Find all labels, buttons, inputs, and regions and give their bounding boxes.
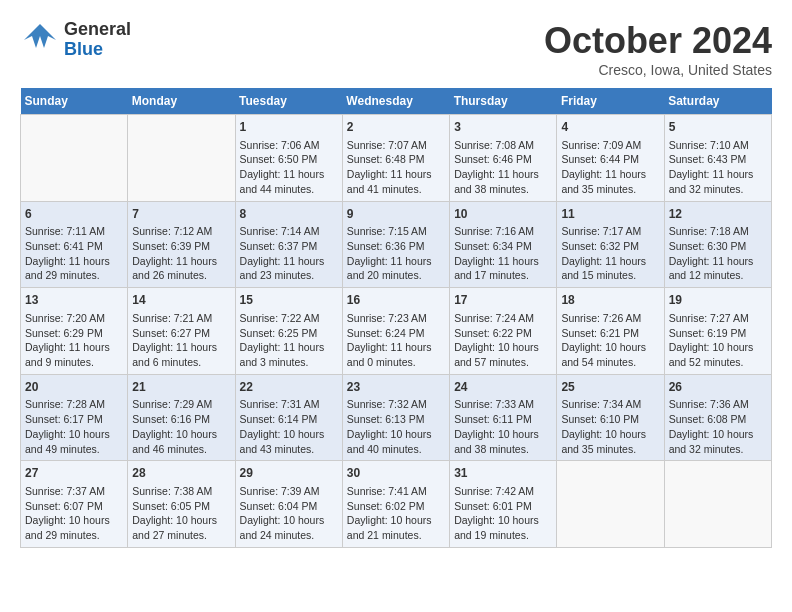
calendar-day-empty: [21, 115, 128, 202]
day-header-wednesday: Wednesday: [342, 88, 449, 115]
day-header-monday: Monday: [128, 88, 235, 115]
calendar-day-31: 31Sunrise: 7:42 AM Sunset: 6:01 PM Dayli…: [450, 461, 557, 548]
day-info: Sunrise: 7:16 AM Sunset: 6:34 PM Dayligh…: [454, 224, 552, 283]
day-number: 26: [669, 379, 767, 396]
title-block: October 2024 Cresco, Iowa, United States: [544, 20, 772, 78]
calendar-day-5: 5Sunrise: 7:10 AM Sunset: 6:43 PM Daylig…: [664, 115, 771, 202]
day-info: Sunrise: 7:14 AM Sunset: 6:37 PM Dayligh…: [240, 224, 338, 283]
day-number: 5: [669, 119, 767, 136]
day-number: 25: [561, 379, 659, 396]
day-number: 7: [132, 206, 230, 223]
calendar-day-17: 17Sunrise: 7:24 AM Sunset: 6:22 PM Dayli…: [450, 288, 557, 375]
day-number: 3: [454, 119, 552, 136]
day-info: Sunrise: 7:41 AM Sunset: 6:02 PM Dayligh…: [347, 484, 445, 543]
day-info: Sunrise: 7:08 AM Sunset: 6:46 PM Dayligh…: [454, 138, 552, 197]
day-number: 20: [25, 379, 123, 396]
calendar-day-29: 29Sunrise: 7:39 AM Sunset: 6:04 PM Dayli…: [235, 461, 342, 548]
day-number: 4: [561, 119, 659, 136]
calendar-day-3: 3Sunrise: 7:08 AM Sunset: 6:46 PM Daylig…: [450, 115, 557, 202]
day-info: Sunrise: 7:32 AM Sunset: 6:13 PM Dayligh…: [347, 397, 445, 456]
day-info: Sunrise: 7:38 AM Sunset: 6:05 PM Dayligh…: [132, 484, 230, 543]
day-info: Sunrise: 7:37 AM Sunset: 6:07 PM Dayligh…: [25, 484, 123, 543]
day-header-friday: Friday: [557, 88, 664, 115]
calendar-header-row: SundayMondayTuesdayWednesdayThursdayFrid…: [21, 88, 772, 115]
calendar-day-24: 24Sunrise: 7:33 AM Sunset: 6:11 PM Dayli…: [450, 374, 557, 461]
day-info: Sunrise: 7:23 AM Sunset: 6:24 PM Dayligh…: [347, 311, 445, 370]
day-info: Sunrise: 7:09 AM Sunset: 6:44 PM Dayligh…: [561, 138, 659, 197]
calendar-day-10: 10Sunrise: 7:16 AM Sunset: 6:34 PM Dayli…: [450, 201, 557, 288]
day-number: 2: [347, 119, 445, 136]
calendar-day-11: 11Sunrise: 7:17 AM Sunset: 6:32 PM Dayli…: [557, 201, 664, 288]
main-title: October 2024: [544, 20, 772, 62]
calendar-day-empty: [128, 115, 235, 202]
calendar-day-25: 25Sunrise: 7:34 AM Sunset: 6:10 PM Dayli…: [557, 374, 664, 461]
day-number: 19: [669, 292, 767, 309]
day-info: Sunrise: 7:20 AM Sunset: 6:29 PM Dayligh…: [25, 311, 123, 370]
calendar-table: SundayMondayTuesdayWednesdayThursdayFrid…: [20, 88, 772, 548]
calendar-day-8: 8Sunrise: 7:14 AM Sunset: 6:37 PM Daylig…: [235, 201, 342, 288]
calendar-day-28: 28Sunrise: 7:38 AM Sunset: 6:05 PM Dayli…: [128, 461, 235, 548]
day-header-tuesday: Tuesday: [235, 88, 342, 115]
day-info: Sunrise: 7:26 AM Sunset: 6:21 PM Dayligh…: [561, 311, 659, 370]
day-number: 14: [132, 292, 230, 309]
day-info: Sunrise: 7:11 AM Sunset: 6:41 PM Dayligh…: [25, 224, 123, 283]
calendar-day-12: 12Sunrise: 7:18 AM Sunset: 6:30 PM Dayli…: [664, 201, 771, 288]
day-number: 15: [240, 292, 338, 309]
day-header-thursday: Thursday: [450, 88, 557, 115]
day-info: Sunrise: 7:22 AM Sunset: 6:25 PM Dayligh…: [240, 311, 338, 370]
day-number: 1: [240, 119, 338, 136]
calendar-day-4: 4Sunrise: 7:09 AM Sunset: 6:44 PM Daylig…: [557, 115, 664, 202]
calendar-day-30: 30Sunrise: 7:41 AM Sunset: 6:02 PM Dayli…: [342, 461, 449, 548]
logo-bird-icon: [20, 20, 60, 60]
day-header-saturday: Saturday: [664, 88, 771, 115]
day-number: 17: [454, 292, 552, 309]
calendar-day-empty: [664, 461, 771, 548]
calendar-day-empty: [557, 461, 664, 548]
day-number: 18: [561, 292, 659, 309]
subtitle: Cresco, Iowa, United States: [544, 62, 772, 78]
day-info: Sunrise: 7:33 AM Sunset: 6:11 PM Dayligh…: [454, 397, 552, 456]
calendar-day-26: 26Sunrise: 7:36 AM Sunset: 6:08 PM Dayli…: [664, 374, 771, 461]
day-number: 16: [347, 292, 445, 309]
day-info: Sunrise: 7:17 AM Sunset: 6:32 PM Dayligh…: [561, 224, 659, 283]
day-number: 23: [347, 379, 445, 396]
day-info: Sunrise: 7:34 AM Sunset: 6:10 PM Dayligh…: [561, 397, 659, 456]
day-info: Sunrise: 7:18 AM Sunset: 6:30 PM Dayligh…: [669, 224, 767, 283]
calendar-day-9: 9Sunrise: 7:15 AM Sunset: 6:36 PM Daylig…: [342, 201, 449, 288]
day-info: Sunrise: 7:27 AM Sunset: 6:19 PM Dayligh…: [669, 311, 767, 370]
day-number: 22: [240, 379, 338, 396]
logo: General Blue: [20, 20, 131, 60]
day-number: 30: [347, 465, 445, 482]
calendar-day-20: 20Sunrise: 7:28 AM Sunset: 6:17 PM Dayli…: [21, 374, 128, 461]
calendar-day-16: 16Sunrise: 7:23 AM Sunset: 6:24 PM Dayli…: [342, 288, 449, 375]
calendar-day-21: 21Sunrise: 7:29 AM Sunset: 6:16 PM Dayli…: [128, 374, 235, 461]
calendar-day-22: 22Sunrise: 7:31 AM Sunset: 6:14 PM Dayli…: [235, 374, 342, 461]
day-number: 21: [132, 379, 230, 396]
day-number: 24: [454, 379, 552, 396]
logo-general: General: [64, 20, 131, 40]
calendar-week-row: 27Sunrise: 7:37 AM Sunset: 6:07 PM Dayli…: [21, 461, 772, 548]
day-number: 6: [25, 206, 123, 223]
calendar-day-18: 18Sunrise: 7:26 AM Sunset: 6:21 PM Dayli…: [557, 288, 664, 375]
day-info: Sunrise: 7:07 AM Sunset: 6:48 PM Dayligh…: [347, 138, 445, 197]
calendar-day-13: 13Sunrise: 7:20 AM Sunset: 6:29 PM Dayli…: [21, 288, 128, 375]
calendar-day-23: 23Sunrise: 7:32 AM Sunset: 6:13 PM Dayli…: [342, 374, 449, 461]
day-number: 9: [347, 206, 445, 223]
day-info: Sunrise: 7:36 AM Sunset: 6:08 PM Dayligh…: [669, 397, 767, 456]
day-number: 12: [669, 206, 767, 223]
day-info: Sunrise: 7:39 AM Sunset: 6:04 PM Dayligh…: [240, 484, 338, 543]
day-number: 31: [454, 465, 552, 482]
calendar-day-6: 6Sunrise: 7:11 AM Sunset: 6:41 PM Daylig…: [21, 201, 128, 288]
day-info: Sunrise: 7:29 AM Sunset: 6:16 PM Dayligh…: [132, 397, 230, 456]
calendar-day-14: 14Sunrise: 7:21 AM Sunset: 6:27 PM Dayli…: [128, 288, 235, 375]
day-number: 29: [240, 465, 338, 482]
day-info: Sunrise: 7:42 AM Sunset: 6:01 PM Dayligh…: [454, 484, 552, 543]
calendar-day-27: 27Sunrise: 7:37 AM Sunset: 6:07 PM Dayli…: [21, 461, 128, 548]
day-info: Sunrise: 7:06 AM Sunset: 6:50 PM Dayligh…: [240, 138, 338, 197]
calendar-day-1: 1Sunrise: 7:06 AM Sunset: 6:50 PM Daylig…: [235, 115, 342, 202]
day-number: 28: [132, 465, 230, 482]
calendar-day-15: 15Sunrise: 7:22 AM Sunset: 6:25 PM Dayli…: [235, 288, 342, 375]
day-info: Sunrise: 7:31 AM Sunset: 6:14 PM Dayligh…: [240, 397, 338, 456]
day-info: Sunrise: 7:15 AM Sunset: 6:36 PM Dayligh…: [347, 224, 445, 283]
calendar-week-row: 1Sunrise: 7:06 AM Sunset: 6:50 PM Daylig…: [21, 115, 772, 202]
